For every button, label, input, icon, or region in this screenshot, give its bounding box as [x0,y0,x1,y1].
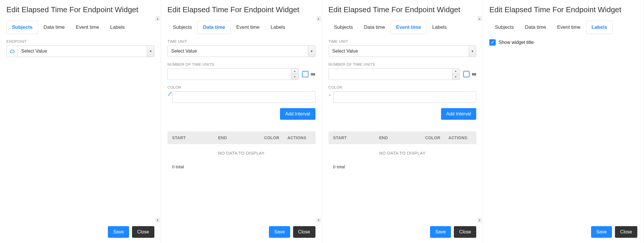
panel-data-time: ▲ ▼ Edit Elapsed Time For Endpoint Widge… [161,0,322,243]
panel-title: Edit Elapsed Time For Endpoint Widget [167,5,315,14]
col-start: START [172,135,218,140]
tab-event-time[interactable]: Event time [231,21,265,34]
num-units-label: NUMBER OF TIME UNITS [167,62,315,67]
tab-data-time[interactable]: Data time [519,21,552,34]
show-widget-title-checkbox[interactable] [489,39,496,46]
panel-body: ENDPOINT Select Value ▾ [6,39,154,223]
time-unit-select[interactable]: Select Value [329,45,469,57]
scroll-down-icon[interactable]: ▼ [317,218,321,223]
dropdown-icon[interactable]: ▾ [469,45,476,57]
time-unit-select[interactable]: Select Value [167,45,308,57]
panel-subjects: ▲ ▼ Edit Elapsed Time For Endpoint Widge… [0,0,161,243]
num-units-input[interactable] [167,68,291,80]
add-interval-button[interactable]: Add Interval [441,108,476,120]
close-button[interactable]: Close [454,226,476,238]
infinity-checkbox[interactable] [302,71,308,77]
tabs: Subjects Data time Event time Labels [6,21,154,34]
tab-event-time[interactable]: Event time [390,21,427,34]
panel-labels: Edit Elapsed Time For Endpoint Widget Su… [483,0,644,243]
panel-footer: Save Close [329,223,477,238]
endpoint-select-wrap: Select Value ▾ [6,45,154,57]
col-end: END [218,135,264,140]
color-label: COLOR [167,85,315,90]
scroll-up-icon[interactable]: ▲ [317,16,321,21]
panel-title: Edit Elapsed Time For Endpoint Widget [329,5,477,14]
scroll-up-icon[interactable]: ▲ [156,16,160,21]
save-button[interactable]: Save [591,226,612,238]
infinity-checkbox[interactable] [463,71,470,77]
close-button[interactable]: Close [293,226,315,238]
tab-event-time[interactable]: Event time [552,21,586,34]
tabs: Subjects Data time Event time Labels [329,21,477,34]
col-color: COLOR [425,135,448,140]
tab-event-time[interactable]: Event time [70,21,105,34]
scroll-down-icon[interactable]: ▼ [477,218,481,223]
dropdown-icon[interactable]: ▾ [147,45,154,57]
intervals-table: START END COLOR ACTIONS NO DATA TO DISPL… [329,131,477,171]
tab-labels[interactable]: Labels [105,21,130,34]
scrollbar[interactable]: ▲ ▼ [477,16,481,223]
col-end: END [379,135,425,140]
number-spinner[interactable]: ▲▼ [452,68,460,80]
scrollbar[interactable]: ▲ ▼ [156,16,160,223]
infinity-icon: ∞ [472,70,477,78]
tab-subjects[interactable]: Subjects [489,21,519,34]
tabs: Subjects Data time Event time Labels [489,21,637,34]
save-button[interactable]: Save [269,226,290,238]
panel-title: Edit Elapsed Time For Endpoint Widget [6,5,154,14]
panel-body: TIME UNIT Select Value ▾ NUMBER OF TIME … [329,39,477,223]
add-interval-button[interactable]: Add Interval [280,108,315,120]
tab-labels[interactable]: Labels [427,21,452,34]
col-start: START [333,135,379,140]
endpoint-select[interactable]: Select Value [17,45,147,57]
endpoint-label: ENDPOINT [6,39,154,44]
close-button[interactable]: Close [132,226,154,238]
time-unit-select-wrap: Select Value ▾ [329,45,477,57]
infinity-icon: ∞ [311,70,315,78]
close-button[interactable]: Close [615,226,637,238]
tab-labels[interactable]: Labels [265,21,291,34]
panel-footer: Save Close [167,223,315,238]
tabs: Subjects Data time Event time Labels [167,21,315,34]
tab-labels[interactable]: Labels [586,21,613,34]
tab-data-time[interactable]: Data time [38,21,70,34]
panel-footer: Save Close [6,223,154,238]
tab-subjects[interactable]: Subjects [167,21,197,34]
time-unit-label: TIME UNIT [167,39,315,44]
panel-event-time: ▲ ▼ Edit Elapsed Time For Endpoint Widge… [322,0,483,243]
tab-data-time[interactable]: Data time [197,21,231,34]
table-total: 0 total [329,162,477,171]
col-color: COLOR [264,135,288,140]
dropdown-icon[interactable]: ▾ [308,45,315,57]
panel-body: Show widget title [489,39,637,223]
color-label: COLOR [329,85,477,90]
tab-data-time[interactable]: Data time [358,21,391,34]
brush-icon [167,91,172,103]
num-units-input[interactable] [329,68,452,80]
col-actions: ACTIONS [288,135,311,140]
color-input[interactable] [172,91,315,103]
scrollbar[interactable]: ▲ ▼ [317,16,321,223]
save-button[interactable]: Save [430,226,451,238]
table-total: 0 total [167,162,315,171]
tab-subjects[interactable]: Subjects [6,21,38,34]
brush-icon [329,91,333,103]
show-widget-title-label: Show widget title [499,40,534,45]
scroll-up-icon[interactable]: ▲ [477,16,481,21]
intervals-table: START END COLOR ACTIONS NO DATA TO DISPL… [167,131,315,171]
col-actions: ACTIONS [448,135,472,140]
panel-body: TIME UNIT Select Value ▾ NUMBER OF TIME … [167,39,315,223]
scroll-down-icon[interactable]: ▼ [156,218,160,223]
time-unit-select-wrap: Select Value ▾ [167,45,315,57]
table-empty-text: NO DATA TO DISPLAY [167,144,315,162]
num-units-label: NUMBER OF TIME UNITS [329,62,477,67]
table-empty-text: NO DATA TO DISPLAY [329,144,477,162]
panel-title: Edit Elapsed Time For Endpoint Widget [489,5,637,14]
time-unit-label: TIME UNIT [329,39,477,44]
panel-footer: Save Close [489,223,637,238]
tab-subjects[interactable]: Subjects [329,21,358,34]
number-spinner[interactable]: ▲▼ [291,68,299,80]
cloud-icon [6,45,17,57]
color-input[interactable] [333,91,477,103]
save-button[interactable]: Save [108,226,129,238]
